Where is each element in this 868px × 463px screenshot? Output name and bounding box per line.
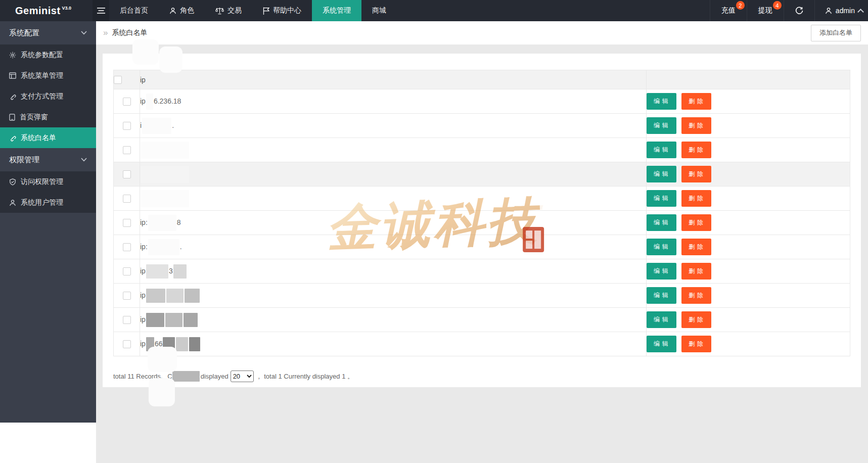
table-row: 编辑删除 bbox=[114, 162, 850, 187]
delete-button[interactable]: 删除 bbox=[681, 166, 711, 182]
delete-button[interactable]: 删除 bbox=[681, 287, 711, 304]
nav-item-dashboard[interactable]: 后台首页 bbox=[109, 0, 159, 21]
sidebar-toggle-button[interactable] bbox=[93, 0, 109, 21]
actions-cell: 编辑删除 bbox=[647, 284, 850, 308]
actions-cell: 编辑删除 bbox=[647, 211, 850, 235]
sidebar-item-system-users[interactable]: 系统用户管理 bbox=[0, 192, 96, 213]
pagination-summary-text: ， total 1 Currently displayed 1 。 bbox=[256, 372, 354, 381]
edit-button[interactable]: 编辑 bbox=[647, 93, 676, 110]
nav-item-roles[interactable]: 角色 bbox=[159, 0, 205, 21]
ip-text-fragment: ip bbox=[140, 291, 146, 299]
ip-cell: ip6.236.18 bbox=[140, 89, 647, 114]
row-checkbox[interactable] bbox=[123, 243, 131, 251]
table-row: ip3编辑删除 bbox=[114, 259, 850, 284]
table-row: 编辑删除 bbox=[114, 138, 850, 162]
refresh-button[interactable] bbox=[784, 0, 814, 21]
sidebar-section-label: 权限管理 bbox=[9, 155, 39, 165]
ip-cell: ip3 bbox=[140, 259, 647, 284]
row-checkbox[interactable] bbox=[123, 340, 131, 348]
ip-cell: ip:. bbox=[140, 235, 647, 259]
nav-item-help-center[interactable]: 帮助中心 bbox=[252, 0, 312, 21]
ip-redaction-mask bbox=[146, 289, 165, 303]
redaction-blob bbox=[148, 347, 177, 372]
edit-button[interactable]: 编辑 bbox=[647, 263, 676, 280]
tablet-icon bbox=[9, 114, 15, 121]
actions-cell: 编辑删除 bbox=[647, 162, 850, 187]
delete-button[interactable]: 删除 bbox=[681, 311, 711, 328]
actions-cell: 编辑删除 bbox=[647, 138, 850, 162]
edit-button[interactable]: 编辑 bbox=[647, 190, 676, 207]
table-row: i.编辑删除 bbox=[114, 114, 850, 138]
ip-text-fragment: 3 bbox=[169, 266, 173, 274]
row-checkbox[interactable] bbox=[123, 267, 131, 275]
nav-item-transactions[interactable]: 交易 bbox=[205, 0, 252, 21]
sidebar-item-label: 系统参数配置 bbox=[21, 51, 63, 60]
ip-cell bbox=[140, 162, 647, 187]
row-checkbox[interactable] bbox=[123, 219, 131, 227]
row-checkbox[interactable] bbox=[123, 195, 131, 203]
row-checkbox[interactable] bbox=[123, 122, 131, 130]
whitelist-card: ip ip6.236.18编辑删除i.编辑删除编辑删除编辑删除编辑删除ip:8编… bbox=[103, 54, 861, 387]
actions-cell: 编辑删除 bbox=[647, 187, 850, 211]
link-icon bbox=[9, 134, 16, 142]
nav-item-mall[interactable]: 商城 bbox=[361, 0, 397, 21]
edit-button[interactable]: 编辑 bbox=[647, 311, 676, 328]
recharge-button[interactable]: 充值 2 bbox=[710, 0, 747, 21]
delete-button[interactable]: 删除 bbox=[681, 214, 711, 231]
ip-text-fragment: . bbox=[172, 121, 174, 129]
row-checkbox[interactable] bbox=[123, 292, 131, 300]
sidebar-item-system-menu[interactable]: 系统菜单管理 bbox=[0, 65, 96, 86]
sidebar-submenu: 访问权限管理 系统用户管理 bbox=[0, 171, 96, 213]
column-header-ip: ip bbox=[140, 70, 647, 89]
nav-item-system-management[interactable]: 系统管理 bbox=[312, 0, 361, 21]
delete-button[interactable]: 删除 bbox=[681, 263, 711, 280]
add-whitelist-button[interactable]: 添加白名单 bbox=[811, 25, 861, 41]
ip-text-fragment: ip bbox=[140, 315, 146, 323]
delete-button[interactable]: 删除 bbox=[681, 336, 711, 352]
table-row: ip编辑删除 bbox=[114, 308, 850, 332]
row-checkbox[interactable] bbox=[123, 316, 131, 324]
row-checkbox[interactable] bbox=[123, 170, 131, 178]
page-size-select[interactable]: 20 bbox=[231, 371, 254, 382]
ip-redaction-mask bbox=[142, 118, 171, 134]
edit-button[interactable]: 编辑 bbox=[647, 239, 676, 255]
sidebar-item-home-popup[interactable]: 首页弹窗 bbox=[0, 107, 96, 127]
sidebar-item-label: 系统白名单 bbox=[21, 133, 56, 143]
delete-button[interactable]: 删除 bbox=[681, 117, 711, 134]
sidebar-item-payment-methods[interactable]: 支付方式管理 bbox=[0, 86, 96, 107]
edit-button[interactable]: 编辑 bbox=[647, 336, 676, 352]
sidebar-item-label: 系统用户管理 bbox=[21, 198, 63, 207]
delete-button[interactable]: 删除 bbox=[681, 93, 711, 110]
select-all-checkbox[interactable] bbox=[114, 76, 122, 84]
footer-redaction-mask bbox=[172, 371, 200, 382]
delete-button[interactable]: 删除 bbox=[681, 142, 711, 158]
user-menu[interactable]: admin bbox=[814, 0, 868, 21]
ip-redaction-mask bbox=[148, 215, 176, 231]
nav-item-label: 帮助中心 bbox=[273, 6, 301, 15]
sidebar-section-system-config[interactable]: 系统配置 bbox=[0, 21, 96, 44]
redaction-blob bbox=[149, 378, 175, 406]
sidebar-item-label: 系统菜单管理 bbox=[21, 71, 63, 80]
row-checkbox[interactable] bbox=[123, 98, 131, 106]
sidebar-section-permissions[interactable]: 权限管理 bbox=[0, 148, 96, 171]
sidebar-item-access-permission[interactable]: 访问权限管理 bbox=[0, 171, 96, 192]
delete-button[interactable]: 删除 bbox=[681, 190, 711, 207]
edit-button[interactable]: 编辑 bbox=[647, 166, 676, 182]
ip-redaction-mask bbox=[165, 313, 182, 327]
edit-button[interactable]: 编辑 bbox=[647, 117, 676, 134]
withdraw-label: 提现 bbox=[758, 6, 772, 15]
withdraw-button[interactable]: 提现 4 bbox=[747, 0, 784, 21]
chevron-down-icon bbox=[81, 31, 87, 35]
sidebar-item-system-params[interactable]: 系统参数配置 bbox=[0, 44, 96, 65]
navbar-right-group: 充值 2 提现 4 admin bbox=[710, 0, 868, 21]
row-checkbox[interactable] bbox=[123, 146, 131, 154]
edit-button[interactable]: 编辑 bbox=[647, 214, 676, 231]
edit-button[interactable]: 编辑 bbox=[647, 287, 676, 304]
sidebar-submenu: 系统参数配置 系统菜单管理 支付方式管理 首页弹窗 系统白名单 bbox=[0, 44, 96, 148]
delete-button[interactable]: 删除 bbox=[681, 239, 711, 255]
edit-button[interactable]: 编辑 bbox=[647, 142, 676, 158]
sidebar-item-whitelist[interactable]: 系统白名单 bbox=[0, 127, 96, 148]
withdraw-badge: 4 bbox=[773, 1, 782, 10]
displayed-text: displayed bbox=[201, 373, 229, 380]
nav-item-label: 系统管理 bbox=[323, 6, 351, 15]
